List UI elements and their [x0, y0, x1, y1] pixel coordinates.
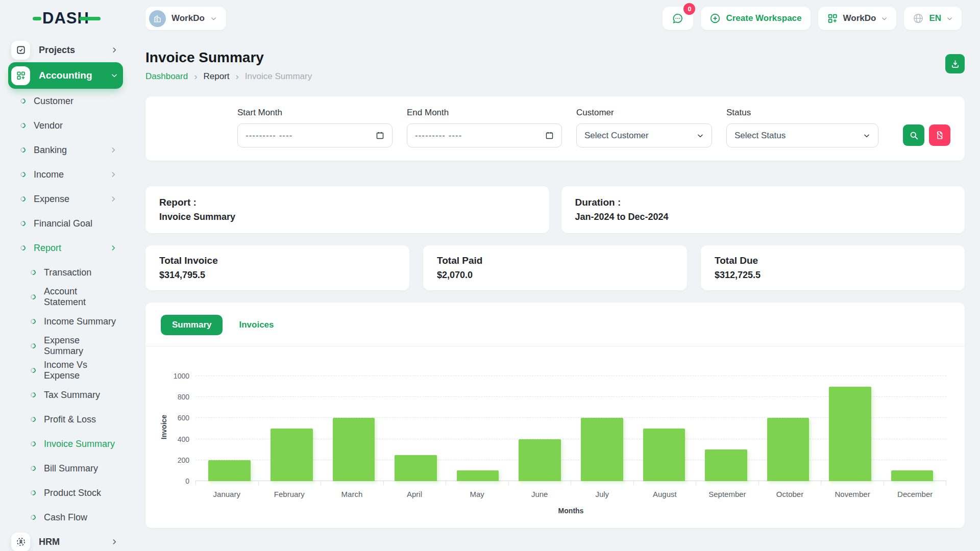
app-menu-button[interactable]: WorkDo [818, 7, 897, 30]
total-paid-value: $2,070.0 [437, 270, 673, 281]
sidebar-item-hrm[interactable]: HRM [8, 530, 123, 551]
tab-summary[interactable]: Summary [161, 315, 223, 335]
bar-august[interactable] [643, 429, 685, 481]
create-workspace-label: Create Workspace [726, 13, 801, 23]
customer-select[interactable]: Select Customer [576, 123, 712, 147]
sidebar-item-label: Bill Summary [44, 463, 117, 474]
end-month-label: End Month [407, 108, 562, 118]
status-label: Status [726, 108, 878, 118]
y-tick-label: 1000 [166, 372, 189, 380]
chevron-right-icon [111, 46, 118, 54]
sidebar-item-cash-flow[interactable]: Cash Flow [0, 505, 131, 530]
bar-april[interactable] [395, 455, 437, 482]
chevron-down-icon [863, 132, 870, 139]
sidebar-item-profit-loss[interactable]: Profit & Loss [0, 407, 131, 432]
total-invoice-card: Total Invoice $314,795.5 [145, 245, 409, 290]
bar-may[interactable] [457, 470, 499, 481]
sidebar-item-label: Accounting [39, 70, 102, 81]
start-month-input[interactable]: --------- ---- [237, 123, 393, 147]
end-month-input[interactable]: --------- ---- [407, 123, 562, 147]
calendar-icon [545, 131, 554, 140]
tab-invoices[interactable]: Invoices [228, 315, 285, 335]
sidebar-item-accounting[interactable]: Accounting [8, 62, 123, 89]
bar-december[interactable] [891, 470, 934, 481]
apply-filter-button[interactable] [903, 124, 924, 146]
customer-label: Customer [576, 108, 712, 118]
building-icon [153, 14, 162, 23]
bullet-icon [30, 465, 37, 472]
bar-slot [571, 418, 633, 481]
bar-november[interactable] [829, 387, 871, 481]
app-logo[interactable]: DASH [0, 9, 131, 28]
x-tick [195, 481, 259, 485]
sidebar-item-income-summary[interactable]: Income Summary [0, 309, 131, 334]
reset-filter-button[interactable] [929, 124, 950, 146]
bar-october[interactable] [767, 418, 810, 481]
total-paid-card: Total Paid $2,070.0 [423, 245, 687, 290]
bar-march[interactable] [333, 418, 375, 481]
x-axis-title: Months [195, 507, 946, 515]
sidebar-item-account-statement[interactable]: Account Statement [0, 285, 131, 309]
sidebar-item-transaction[interactable]: Transaction [0, 260, 131, 285]
sidebar-item-banking[interactable]: Banking [0, 138, 131, 162]
bar-july[interactable] [581, 418, 623, 481]
sidebar-item-expense-summary[interactable]: Expense Summary [0, 334, 131, 358]
create-workspace-button[interactable]: Create Workspace [701, 7, 810, 30]
sidebar-item-financial-goal[interactable]: Financial Goal [0, 211, 131, 236]
x-tick-label: September [696, 490, 759, 498]
chevron-down-icon [111, 72, 118, 79]
filter-panel: Start Month --------- ---- End Month ---… [145, 96, 965, 161]
x-tick-label: June [508, 490, 571, 498]
bullet-icon [30, 416, 37, 423]
x-tick [446, 481, 509, 485]
bar-slot [447, 470, 509, 481]
x-tick-label: January [195, 490, 258, 498]
sidebar-item-label: Cash Flow [44, 512, 117, 523]
sidebar-item-invoice-summary[interactable]: Invoice Summary [0, 432, 131, 456]
bullet-icon [19, 220, 27, 227]
x-tick [759, 481, 822, 485]
x-tick-label: November [821, 490, 884, 498]
workspace-name: WorkDo [172, 13, 205, 23]
messages-count-badge: 0 [683, 3, 695, 15]
sidebar-item-income-vs-expense[interactable]: Income Vs Expense [0, 358, 131, 383]
bar-february[interactable] [271, 429, 313, 481]
bar-slot [385, 455, 447, 482]
sidebar-item-report[interactable]: Report [0, 236, 131, 260]
bar-january[interactable] [208, 460, 251, 481]
status-select[interactable]: Select Status [726, 123, 878, 147]
x-axis-labels: JanuaryFebruaryMarchAprilMayJuneJulyAugu… [195, 490, 946, 498]
sidebar-item-label: Product Stock [44, 488, 117, 498]
chevron-right-icon [111, 538, 118, 545]
duration-label: Duration : [575, 197, 951, 208]
sidebar-item-label: Banking [34, 145, 102, 156]
sidebar-item-vendor[interactable]: Vendor [0, 113, 131, 138]
sidebar-item-customer[interactable]: Customer [0, 89, 131, 113]
messages-button[interactable]: 0 [663, 7, 693, 30]
chevron-down-icon [946, 15, 953, 22]
breadcrumb-current: Invoice Summary [245, 71, 312, 82]
language-selector[interactable]: EN [904, 7, 962, 30]
download-button[interactable] [945, 54, 965, 73]
sidebar-item-tax-summary[interactable]: Tax Summary [0, 383, 131, 407]
breadcrumb: Dashboard › Report › Invoice Summary [145, 71, 312, 82]
sidebar-item-product-stock[interactable]: Product Stock [0, 481, 131, 505]
chart-plot: 02004006008001000 [195, 376, 946, 481]
sidebar-item-income[interactable]: Income [0, 162, 131, 187]
sidebar-item-label: Vendor [34, 120, 117, 131]
bar-june[interactable] [519, 439, 561, 481]
breadcrumb-dashboard[interactable]: Dashboard [145, 71, 188, 82]
x-tick [884, 481, 947, 485]
bullet-icon [30, 269, 37, 276]
chat-icon [671, 12, 684, 25]
total-invoice-label: Total Invoice [159, 255, 396, 266]
bar-september[interactable] [705, 449, 747, 481]
workspace-switcher[interactable]: WorkDo [145, 7, 226, 30]
sidebar-item-expense[interactable]: Expense [0, 187, 131, 211]
bullet-icon [19, 171, 27, 178]
sidebar-nav: ProjectsAccountingCustomerVendorBankingI… [0, 37, 131, 551]
status-select-value: Select Status [734, 131, 786, 141]
sidebar-item-bill-summary[interactable]: Bill Summary [0, 456, 131, 481]
x-tick-label: May [446, 490, 508, 498]
sidebar-item-projects[interactable]: Projects [8, 38, 123, 62]
